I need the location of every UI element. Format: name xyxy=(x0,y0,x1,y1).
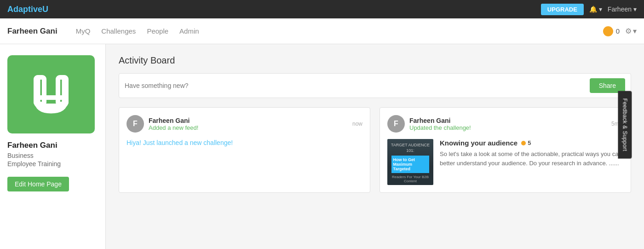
main-layout: Farheen Gani Business Employee Training … xyxy=(0,44,644,249)
feed-card-1-user-info: Farheen Gani Added a new feed! xyxy=(149,117,198,131)
challenge-thumbnail: TARGET AUDIENCE 101: How to Get Maximum … xyxy=(387,139,433,185)
challenge-desc: So let's take a look at some of the acti… xyxy=(440,150,623,168)
secondary-nav-right: 0 ⚙ ▾ xyxy=(603,26,637,36)
share-row: Share xyxy=(119,73,631,98)
gear-chevron: ▾ xyxy=(633,27,637,35)
challenge-title-text: Knowing your audience xyxy=(440,139,518,147)
feed-card-2-user: F Farheen Gani Updated the challenge! xyxy=(387,115,471,133)
score-dot xyxy=(521,141,526,145)
profile-logo xyxy=(7,55,95,133)
challenge-thumb-bottom-text: Readers For Your B2B Content xyxy=(389,175,431,183)
feed-cards: F Farheen Gani Added a new feed! now Hiy… xyxy=(119,107,631,193)
logo: AdaptiveU xyxy=(7,5,48,14)
nav-myq[interactable]: MyQ xyxy=(76,25,91,37)
user-chevron: ▾ xyxy=(633,6,637,13)
feed-card-1-header: F Farheen Gani Added a new feed! now xyxy=(126,115,362,133)
upgrade-button[interactable]: UPGRADE xyxy=(541,4,584,15)
top-nav-right: UPGRADE 🔔 ▾ Farheen ▾ xyxy=(541,4,637,15)
user-menu[interactable]: Farheen ▾ xyxy=(608,6,637,13)
bell-icon: 🔔 xyxy=(589,6,597,13)
user-name-label: Farheen xyxy=(608,6,632,13)
nav-challenges[interactable]: Challenges xyxy=(101,25,136,37)
nav-people[interactable]: People xyxy=(147,25,168,37)
bell-icon-wrapper[interactable]: 🔔 ▾ xyxy=(589,6,602,13)
feed-card-2-user-info: Farheen Gani Updated the challenge! xyxy=(409,117,471,131)
avatar-2: F xyxy=(387,115,405,133)
feed-card-2-action: Updated the challenge! xyxy=(409,124,471,131)
profile-name: Farheen Gani xyxy=(7,141,58,150)
secondary-nav: Farheen Gani MyQ Challenges People Admin… xyxy=(0,18,644,44)
feed-card-1-user-name: Farheen Gani xyxy=(149,117,198,124)
coin-badge: 0 xyxy=(603,26,620,36)
profile-role: Business xyxy=(7,152,34,159)
feed-card-1-action: Added a new feed! xyxy=(149,124,198,131)
challenge-detail: TARGET AUDIENCE 101: How to Get Maximum … xyxy=(387,139,623,185)
challenge-title: Knowing your audience 5 xyxy=(440,139,623,147)
feed-card-1: F Farheen Gani Added a new feed! now Hiy… xyxy=(119,107,370,193)
challenge-thumb-top-text: TARGET AUDIENCE 101: xyxy=(389,141,431,155)
feed-card-2-user-name: Farheen Gani xyxy=(409,117,471,124)
feed-card-2: F Farheen Gani Updated the challenge! 5m… xyxy=(380,107,631,193)
content-area: Activity Board Share F Farheen Gani Adde… xyxy=(106,44,644,249)
profile-dept: Employee Training xyxy=(7,160,61,168)
challenge-thumb-bar: How to Get Maximum Targeted xyxy=(391,156,430,173)
logo-u-svg xyxy=(26,69,76,120)
logo-u: U xyxy=(42,5,48,14)
logo-adaptive: Adaptive xyxy=(7,5,42,14)
activity-board-title: Activity Board xyxy=(119,55,631,66)
gear-icon: ⚙ xyxy=(625,27,632,35)
gear-button[interactable]: ⚙ ▾ xyxy=(625,27,637,35)
brand-name: Farheen Gani xyxy=(7,27,58,36)
nav-admin[interactable]: Admin xyxy=(179,25,199,37)
avatar-1: F xyxy=(126,115,144,133)
share-input[interactable] xyxy=(125,82,590,89)
coin-icon xyxy=(603,26,613,36)
challenge-score-value: 5 xyxy=(528,139,531,146)
sidebar: Farheen Gani Business Employee Training … xyxy=(0,44,106,249)
coin-count: 0 xyxy=(616,27,620,35)
feed-card-1-time: now xyxy=(352,121,362,127)
edit-home-button[interactable]: Edit Home Page xyxy=(7,177,69,191)
bell-chevron: ▾ xyxy=(599,6,602,13)
challenge-info: Knowing your audience 5 So let's take a … xyxy=(440,139,623,185)
feed-card-1-message: Hiya! Just launched a new challenge! xyxy=(126,139,362,146)
top-nav: AdaptiveU UPGRADE 🔔 ▾ Farheen ▾ xyxy=(0,0,644,18)
feed-card-1-user: F Farheen Gani Added a new feed! xyxy=(126,115,198,133)
feed-card-2-header: F Farheen Gani Updated the challenge! 5m… xyxy=(387,115,623,133)
feedback-tab[interactable]: Feedback & Support xyxy=(618,91,632,158)
challenge-thumb-inner: TARGET AUDIENCE 101: How to Get Maximum … xyxy=(387,139,433,185)
challenge-score: 5 xyxy=(521,139,531,146)
